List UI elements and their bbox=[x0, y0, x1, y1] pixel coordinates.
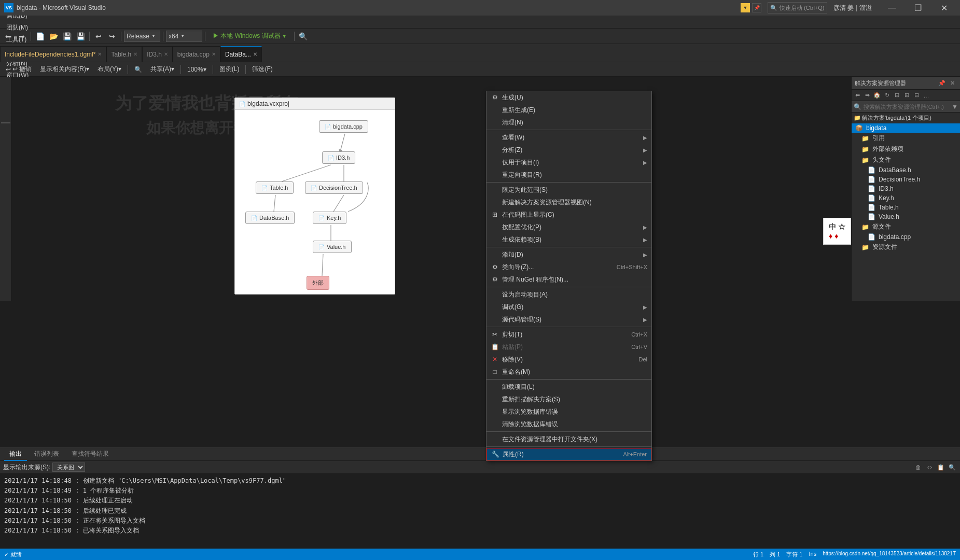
sidebar-icon-2[interactable] bbox=[0, 125, 11, 167]
ctx-item-_____E_[interactable]: 重新生成(E) bbox=[486, 104, 651, 116]
node-bigdata-cpp[interactable]: 📄 bigdata.cpp bbox=[319, 120, 368, 133]
output-source-select[interactable]: 关系图 bbox=[52, 463, 85, 472]
rs-tree-item-bigdata[interactable]: 📦bigdata bbox=[852, 123, 960, 133]
output-copy[interactable]: 📋 bbox=[936, 463, 945, 472]
platform-dropdown[interactable]: x64 ▼ bbox=[166, 31, 202, 42]
rs-nav-back[interactable]: ⬅ bbox=[853, 91, 862, 100]
ctx-item-_______A_[interactable]: 设为启动项目(A) bbox=[486, 288, 651, 301]
undo-btn[interactable]: ↩ bbox=[92, 30, 105, 43]
ctx-item-___N_[interactable]: 清理(N) bbox=[486, 116, 651, 129]
output-wrap[interactable]: ⇔ bbox=[925, 463, 934, 472]
rs-tree-item-_____[interactable]: 📁外部依赖项 bbox=[852, 144, 960, 155]
ctx-item-______S_[interactable]: 源代码管理(S)▶ bbox=[486, 313, 651, 326]
ctx-item-___P_[interactable]: 📋粘贴(P)Ctrl+V bbox=[486, 341, 651, 353]
ctx-item-_________S_[interactable]: 重新扫描解决方案(S) bbox=[486, 393, 651, 405]
rs-tree-item-____[interactable]: 📁资源文件 bbox=[852, 242, 960, 253]
node-decision-h[interactable]: 📄 DecisionTree.h bbox=[305, 181, 363, 194]
rs-tree-item-Value_h[interactable]: 📄Value.h bbox=[852, 212, 960, 221]
ctx-item-___Z_[interactable]: 分析(Z)▶ bbox=[486, 144, 651, 156]
rs-more[interactable]: … bbox=[922, 91, 931, 100]
rs-nav-forward[interactable]: ➡ bbox=[862, 91, 872, 100]
node-value-h[interactable]: 📄 Value.h bbox=[313, 241, 352, 253]
run-btn[interactable]: ▶ 本地 Windows 调试器 ▼ bbox=[208, 30, 291, 43]
rs-search-menu[interactable]: ▼ bbox=[952, 103, 958, 110]
output-find[interactable]: 🔍 bbox=[948, 463, 957, 472]
zoom-level-btn[interactable]: 100%▾ bbox=[184, 64, 210, 75]
tab-errors[interactable]: 错误列表 bbox=[29, 448, 64, 461]
rs-tree-item-__[interactable]: 📁引用 bbox=[852, 133, 960, 144]
share-btn[interactable]: 共享(A)▾ bbox=[147, 64, 178, 75]
minimize-button[interactable]: — bbox=[880, 0, 904, 16]
ctx-item-_____L_[interactable]: 卸载项目(L) bbox=[486, 381, 651, 393]
tab-close-btn[interactable]: ✕ bbox=[133, 51, 137, 57]
ctx-item-____M_[interactable]: □重命名(M) bbox=[486, 366, 651, 378]
rs-tree-item-ID3_h[interactable]: 📄ID3.h bbox=[852, 184, 960, 193]
ctx-item-___T_[interactable]: ✂剪切(T)Ctrl+X bbox=[486, 328, 651, 341]
rs-tree-item-DecisionTree_h[interactable]: 📄DecisionTree.h bbox=[852, 175, 960, 184]
node-database-h[interactable]: 📄 DataBase.h bbox=[245, 212, 295, 224]
output-clear[interactable]: 🗑 bbox=[913, 463, 923, 472]
ctx-item-________C_[interactable]: ⊞在代码图上显示(C) bbox=[486, 208, 651, 221]
tab-output[interactable]: 输出 bbox=[4, 448, 27, 461]
new-btn[interactable]: 📄 bbox=[34, 30, 46, 43]
undo-sec-btn[interactable]: ↩ ↩ 撤销 bbox=[2, 64, 35, 75]
ctx-item-___W_[interactable]: 查看(W)▶ bbox=[486, 131, 651, 144]
extra-btn[interactable]: 🔍 bbox=[297, 30, 310, 43]
rs-tree-item-___[interactable]: 📁源文件 bbox=[852, 221, 960, 232]
diagram-container[interactable]: 📄 bigdata.vcxproj bbox=[234, 97, 395, 295]
ctx-item-______B_[interactable]: 生成依赖项(B)▶ bbox=[486, 233, 651, 246]
tab-bigdata_cpp[interactable]: bigdata.cpp✕ bbox=[173, 46, 220, 62]
rs-close-btn[interactable]: ✕ bbox=[948, 78, 957, 88]
rs-expand[interactable]: ⊟ bbox=[912, 91, 921, 100]
tab-close-btn[interactable]: ✕ bbox=[98, 51, 102, 57]
sidebar-icon-1[interactable] bbox=[0, 79, 11, 120]
ctx-item-___G_[interactable]: 调试(G)▶ bbox=[486, 301, 651, 313]
open-btn[interactable]: 📂 bbox=[47, 30, 60, 43]
ctx-item-______I_[interactable]: 仅用于项目(I)▶ bbox=[486, 156, 651, 169]
tab-find[interactable]: 查找符号结果 bbox=[66, 448, 114, 461]
tab-close-btn[interactable]: ✕ bbox=[212, 51, 216, 57]
rs-refresh[interactable]: ↻ bbox=[882, 91, 892, 100]
layout-btn[interactable]: 布局(Y)▾ bbox=[94, 64, 125, 75]
close-button[interactable]: ✕ bbox=[932, 0, 956, 16]
forward-btn[interactable]: ➡ bbox=[16, 30, 28, 43]
ctx-item-_______________X_[interactable]: 在文件资源管理器中打开文件夹(X) bbox=[486, 433, 651, 445]
ctx-item-_________[interactable]: 清除浏览数据库错误 bbox=[486, 418, 651, 430]
redo-btn[interactable]: ↪ bbox=[106, 30, 118, 43]
rs-home[interactable]: 🏠 bbox=[872, 91, 882, 100]
tab-Table_h[interactable]: Table.h✕ bbox=[106, 46, 142, 62]
ctx-item-___D_[interactable]: 添加(D)▶ bbox=[486, 248, 651, 261]
node-key-h[interactable]: 📄 Key.h bbox=[313, 212, 346, 224]
tab-ID3_h[interactable]: ID3.h✕ bbox=[142, 46, 173, 62]
save-all-btn[interactable]: 💾 bbox=[61, 30, 73, 43]
ctx-item-_________[interactable]: 显示浏览数据库错误 bbox=[486, 405, 651, 418]
tab-close-btn[interactable]: ✕ bbox=[253, 51, 257, 57]
filter-btn[interactable]: 筛选(F) bbox=[248, 64, 276, 75]
ctx-item-____Z____[interactable]: ⚙类向导(Z)...Ctrl+Shift+X bbox=[486, 261, 651, 273]
node-table-h[interactable]: 📄 Table.h bbox=[256, 181, 294, 194]
rs-tree-item-DataBase_h[interactable]: 📄DataBase.h bbox=[852, 165, 960, 175]
rs-tree-item-Key_h[interactable]: 📄Key.h bbox=[852, 193, 960, 203]
config-dropdown[interactable]: Release ▼ bbox=[124, 31, 160, 42]
tab-DataBa___[interactable]: DataBa...✕ bbox=[220, 46, 262, 62]
rs-tree-item-___[interactable]: 📁头文件 bbox=[852, 155, 960, 165]
show-related-btn[interactable]: 显示相关内容(R)▾ bbox=[36, 64, 93, 75]
ctx-item-___V_[interactable]: ✕移除(V)Del bbox=[486, 353, 651, 366]
ctx-item-______R_[interactable]: 重定向项目(R) bbox=[486, 169, 651, 181]
rs-tree-item-Table_h[interactable]: 📄Table.h bbox=[852, 203, 960, 212]
ctx-item-_______S_[interactable]: 限定为此范围(S) bbox=[486, 184, 651, 196]
tab-IncludeFileDependencies1_dgml_[interactable]: IncludeFileDependencies1.dgml*✕ bbox=[0, 46, 106, 62]
rs-filter[interactable]: ⊟ bbox=[892, 91, 901, 100]
ctx-item-______________N_[interactable]: 新建解决方案资源管理器视图(N) bbox=[486, 196, 651, 208]
image-btn[interactable]: 图例(L) bbox=[216, 64, 243, 75]
ctx-item-___U_[interactable]: ⚙生成(U) bbox=[486, 91, 651, 104]
node-external[interactable]: 外部 bbox=[307, 276, 329, 290]
rs-search-input[interactable] bbox=[864, 104, 952, 110]
rs-collapse[interactable]: ⊞ bbox=[902, 91, 911, 100]
rs-pin-btn[interactable]: 📌 bbox=[937, 78, 947, 88]
ctx-item-___NuGet_____N____[interactable]: ⚙管理 NuGet 程序包(N)... bbox=[486, 273, 651, 286]
zoom-btn[interactable]: 🔍 bbox=[131, 64, 146, 75]
ctx-item-___R_[interactable]: 🔧属性(R)Alt+Enter bbox=[486, 448, 651, 460]
node-id3-h[interactable]: 📄 ID3.h bbox=[322, 151, 355, 164]
rs-tree-item-bigdata_cpp[interactable]: 📄bigdata.cpp bbox=[852, 232, 960, 242]
